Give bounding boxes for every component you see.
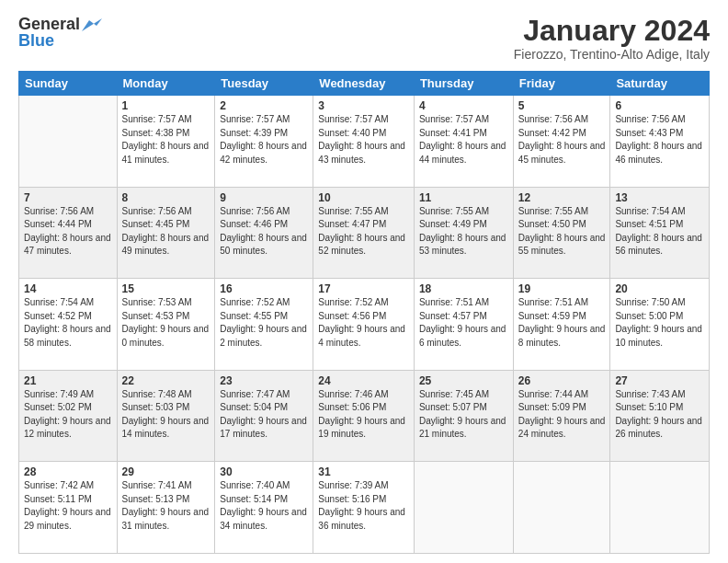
day-number: 5 bbox=[518, 99, 606, 112]
day-info: Sunrise: 7:57 AMSunset: 4:41 PMDaylight:… bbox=[419, 113, 508, 167]
day-info: Sunrise: 7:51 AMSunset: 4:59 PMDaylight:… bbox=[518, 296, 606, 350]
day-number: 7 bbox=[24, 191, 112, 204]
day-cell: 15Sunrise: 7:53 AMSunset: 4:53 PMDayligh… bbox=[117, 279, 215, 371]
calendar-body: 1Sunrise: 7:57 AMSunset: 4:38 PMDaylight… bbox=[19, 96, 710, 554]
day-info: Sunrise: 7:42 AMSunset: 5:11 PMDaylight:… bbox=[24, 479, 112, 533]
day-info: Sunrise: 7:48 AMSunset: 5:03 PMDaylight:… bbox=[122, 388, 210, 442]
day-cell: 23Sunrise: 7:47 AMSunset: 5:04 PMDayligh… bbox=[215, 370, 313, 462]
day-cell: 24Sunrise: 7:46 AMSunset: 5:06 PMDayligh… bbox=[313, 370, 415, 462]
day-number: 9 bbox=[220, 191, 308, 204]
day-cell: 5Sunrise: 7:56 AMSunset: 4:42 PMDaylight… bbox=[513, 96, 610, 188]
day-info: Sunrise: 7:51 AMSunset: 4:57 PMDaylight:… bbox=[419, 296, 508, 350]
page: General Blue January 2024 Fierozzo, Tren… bbox=[0, 0, 728, 563]
day-cell bbox=[610, 462, 710, 554]
day-number: 3 bbox=[318, 99, 409, 112]
day-info: Sunrise: 7:54 AMSunset: 4:52 PMDaylight:… bbox=[24, 296, 112, 350]
day-number: 8 bbox=[122, 191, 210, 204]
day-info: Sunrise: 7:56 AMSunset: 4:43 PMDaylight:… bbox=[615, 113, 704, 167]
day-info: Sunrise: 7:57 AMSunset: 4:39 PMDaylight:… bbox=[220, 113, 308, 167]
week-row-4: 21Sunrise: 7:49 AMSunset: 5:02 PMDayligh… bbox=[19, 370, 710, 462]
col-header-wednesday: Wednesday bbox=[313, 72, 415, 96]
day-number: 26 bbox=[518, 374, 606, 387]
day-cell: 22Sunrise: 7:48 AMSunset: 5:03 PMDayligh… bbox=[117, 370, 215, 462]
day-info: Sunrise: 7:52 AMSunset: 4:55 PMDaylight:… bbox=[220, 296, 308, 350]
day-cell: 8Sunrise: 7:56 AMSunset: 4:45 PMDaylight… bbox=[117, 187, 215, 279]
day-cell: 11Sunrise: 7:55 AMSunset: 4:49 PMDayligh… bbox=[414, 187, 513, 279]
day-number: 12 bbox=[518, 191, 606, 204]
day-cell: 19Sunrise: 7:51 AMSunset: 4:59 PMDayligh… bbox=[513, 279, 610, 371]
calendar-table: SundayMondayTuesdayWednesdayThursdayFrid… bbox=[18, 71, 710, 554]
day-info: Sunrise: 7:53 AMSunset: 4:53 PMDaylight:… bbox=[122, 296, 210, 350]
day-number: 20 bbox=[615, 282, 704, 295]
day-number: 18 bbox=[419, 282, 508, 295]
week-row-1: 1Sunrise: 7:57 AMSunset: 4:38 PMDaylight… bbox=[19, 96, 710, 188]
day-number: 21 bbox=[24, 374, 112, 387]
week-row-2: 7Sunrise: 7:56 AMSunset: 4:44 PMDaylight… bbox=[19, 187, 710, 279]
day-cell: 13Sunrise: 7:54 AMSunset: 4:51 PMDayligh… bbox=[610, 187, 710, 279]
day-cell: 14Sunrise: 7:54 AMSunset: 4:52 PMDayligh… bbox=[19, 279, 118, 371]
day-info: Sunrise: 7:46 AMSunset: 5:06 PMDaylight:… bbox=[318, 388, 409, 442]
week-row-5: 28Sunrise: 7:42 AMSunset: 5:11 PMDayligh… bbox=[19, 462, 710, 554]
day-number: 24 bbox=[318, 374, 409, 387]
col-header-friday: Friday bbox=[513, 72, 610, 96]
day-number: 14 bbox=[24, 282, 112, 295]
calendar-title: January 2024 bbox=[514, 15, 710, 47]
day-number: 11 bbox=[419, 191, 508, 204]
day-number: 27 bbox=[615, 374, 704, 387]
day-info: Sunrise: 7:57 AMSunset: 4:38 PMDaylight:… bbox=[122, 113, 210, 167]
day-info: Sunrise: 7:40 AMSunset: 5:14 PMDaylight:… bbox=[220, 479, 308, 533]
calendar-subtitle: Fierozzo, Trentino-Alto Adige, Italy bbox=[514, 47, 710, 62]
day-number: 28 bbox=[24, 465, 112, 478]
day-cell: 21Sunrise: 7:49 AMSunset: 5:02 PMDayligh… bbox=[19, 370, 118, 462]
title-block: January 2024 Fierozzo, Trentino-Alto Adi… bbox=[514, 15, 710, 62]
day-number: 17 bbox=[318, 282, 409, 295]
day-cell: 18Sunrise: 7:51 AMSunset: 4:57 PMDayligh… bbox=[414, 279, 513, 371]
day-cell: 30Sunrise: 7:40 AMSunset: 5:14 PMDayligh… bbox=[215, 462, 313, 554]
day-info: Sunrise: 7:55 AMSunset: 4:50 PMDaylight:… bbox=[518, 205, 606, 259]
day-info: Sunrise: 7:45 AMSunset: 5:07 PMDaylight:… bbox=[419, 388, 508, 442]
day-info: Sunrise: 7:43 AMSunset: 5:10 PMDaylight:… bbox=[615, 388, 704, 442]
day-number: 25 bbox=[419, 374, 508, 387]
day-info: Sunrise: 7:49 AMSunset: 5:02 PMDaylight:… bbox=[24, 388, 112, 442]
day-number: 13 bbox=[615, 191, 704, 204]
day-cell: 4Sunrise: 7:57 AMSunset: 4:41 PMDaylight… bbox=[414, 96, 513, 188]
day-cell: 16Sunrise: 7:52 AMSunset: 4:55 PMDayligh… bbox=[215, 279, 313, 371]
day-cell bbox=[19, 96, 118, 188]
day-info: Sunrise: 7:44 AMSunset: 5:09 PMDaylight:… bbox=[518, 388, 606, 442]
day-info: Sunrise: 7:41 AMSunset: 5:13 PMDaylight:… bbox=[122, 479, 210, 533]
day-info: Sunrise: 7:47 AMSunset: 5:04 PMDaylight:… bbox=[220, 388, 308, 442]
day-info: Sunrise: 7:55 AMSunset: 4:47 PMDaylight:… bbox=[318, 205, 409, 259]
day-info: Sunrise: 7:57 AMSunset: 4:40 PMDaylight:… bbox=[318, 113, 409, 167]
day-cell: 26Sunrise: 7:44 AMSunset: 5:09 PMDayligh… bbox=[513, 370, 610, 462]
header: General Blue January 2024 Fierozzo, Tren… bbox=[18, 15, 710, 62]
week-row-3: 14Sunrise: 7:54 AMSunset: 4:52 PMDayligh… bbox=[19, 279, 710, 371]
day-info: Sunrise: 7:56 AMSunset: 4:45 PMDaylight:… bbox=[122, 205, 210, 259]
day-number: 2 bbox=[220, 99, 308, 112]
day-info: Sunrise: 7:54 AMSunset: 4:51 PMDaylight:… bbox=[615, 205, 704, 259]
day-cell: 31Sunrise: 7:39 AMSunset: 5:16 PMDayligh… bbox=[313, 462, 415, 554]
day-number: 10 bbox=[318, 191, 409, 204]
day-cell: 7Sunrise: 7:56 AMSunset: 4:44 PMDaylight… bbox=[19, 187, 118, 279]
day-number: 15 bbox=[122, 282, 210, 295]
col-header-saturday: Saturday bbox=[610, 72, 710, 96]
logo-blue: Blue bbox=[18, 31, 54, 51]
day-info: Sunrise: 7:52 AMSunset: 4:56 PMDaylight:… bbox=[318, 296, 409, 350]
header-row: SundayMondayTuesdayWednesdayThursdayFrid… bbox=[19, 72, 710, 96]
day-cell: 2Sunrise: 7:57 AMSunset: 4:39 PMDaylight… bbox=[215, 96, 313, 188]
col-header-sunday: Sunday bbox=[19, 72, 118, 96]
day-info: Sunrise: 7:56 AMSunset: 4:44 PMDaylight:… bbox=[24, 205, 112, 259]
day-number: 22 bbox=[122, 374, 210, 387]
day-number: 19 bbox=[518, 282, 606, 295]
day-number: 23 bbox=[220, 374, 308, 387]
day-cell: 27Sunrise: 7:43 AMSunset: 5:10 PMDayligh… bbox=[610, 370, 710, 462]
col-header-thursday: Thursday bbox=[414, 72, 513, 96]
day-cell: 3Sunrise: 7:57 AMSunset: 4:40 PMDaylight… bbox=[313, 96, 415, 188]
day-number: 1 bbox=[122, 99, 210, 112]
day-number: 16 bbox=[220, 282, 308, 295]
day-cell bbox=[414, 462, 513, 554]
day-info: Sunrise: 7:56 AMSunset: 4:42 PMDaylight:… bbox=[518, 113, 606, 167]
svg-marker-0 bbox=[82, 18, 102, 31]
day-cell: 20Sunrise: 7:50 AMSunset: 5:00 PMDayligh… bbox=[610, 279, 710, 371]
day-number: 29 bbox=[122, 465, 210, 478]
day-cell: 6Sunrise: 7:56 AMSunset: 4:43 PMDaylight… bbox=[610, 96, 710, 188]
